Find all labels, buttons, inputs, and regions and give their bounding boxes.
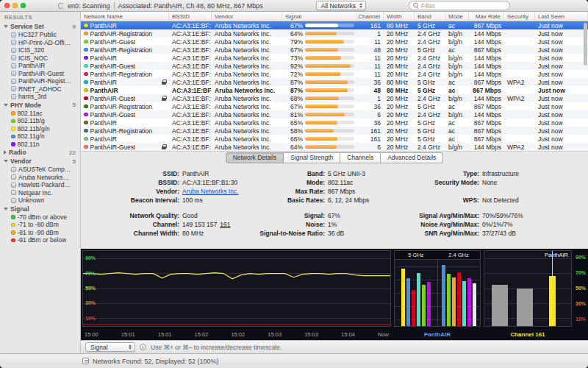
sidebar-item-panthair[interactable]: PanthAIR	[0, 62, 80, 70]
sidebar-item-panthair-guest[interactable]: PanthAIR-Guest	[0, 70, 80, 78]
detail-label: Channel Width:	[93, 230, 179, 237]
column-header-channel[interactable]: Channel	[357, 12, 384, 21]
sidebar-item-91-dbm-or-below[interactable]: -91 dBm or below	[0, 236, 80, 244]
band-chart-caption: PanthAIR	[394, 331, 481, 338]
filter-input[interactable]	[421, 2, 506, 10]
gridline	[484, 273, 571, 274]
signal-bar	[305, 40, 354, 43]
cell-mode: b/g/n	[445, 62, 469, 70]
table-row[interactable]: PanthAIR-GuestAC:A3:1E:BF:Aruba Networks…	[81, 62, 588, 70]
column-header-width[interactable]: Width	[384, 12, 415, 21]
disclosure-triangle-icon[interactable]	[4, 104, 8, 107]
cell-channel: 36	[357, 102, 384, 110]
column-header-vendor[interactable]: Vendor	[212, 12, 282, 21]
cell-network-name: PanthAIR	[81, 135, 169, 143]
table-row[interactable]: PanthAIR-GuestAC:A3:1E:BF:Aruba Networks…	[81, 94, 588, 102]
table-row[interactable]: PanthAIRAC:A3:1E:BF:Aruba Networks Inc.7…	[81, 54, 588, 62]
column-header-bssid[interactable]: BSSID	[169, 12, 212, 21]
sidebar-group-phy-mode[interactable]: PHY Mode5	[0, 101, 80, 110]
sidebar-item-panthair-regist[interactable]: PanthAIR-Regist…	[0, 77, 80, 85]
annotation-label: PanthAIR	[545, 252, 568, 258]
signal-percent: 66%	[285, 135, 303, 143]
tab-signal-strength[interactable]: Signal Strength	[284, 152, 340, 163]
close-window-button[interactable]	[4, 3, 10, 8]
sidebar-item-802-11g-n[interactable]: 802.11g/n	[0, 132, 80, 141]
sidebar-item-rnet-adhoc[interactable]: RNET_ADHOC	[0, 85, 80, 93]
sidebar-item-netgear-inc[interactable]: Netgear Inc.	[0, 189, 80, 197]
disclosure-triangle-icon[interactable]	[4, 160, 8, 163]
sidebar-item-71-to-80-dbm[interactable]: -71 to -80 dBm	[0, 221, 80, 229]
table-row[interactable]: PanthAIRAC:A3:1E:BF:Aruba Networks Inc.8…	[81, 78, 588, 86]
sidebar-item-asustek-comp[interactable]: ASUSTeK Comp…	[0, 166, 80, 174]
vendor-link[interactable]: Aruba Networks Inc.	[182, 188, 239, 195]
table-row[interactable]: PanthAIR-RegistrationAC:A3:1E:BF:Aruba N…	[81, 127, 588, 135]
sidebar-item-hewlett-packard[interactable]: Hewlett-Packard…	[0, 181, 80, 189]
column-header-seen[interactable]: Last Seen	[535, 12, 588, 21]
sidebar-item-label: PanthAIR-Regist…	[18, 77, 71, 85]
table-row[interactable]: PanthAIRAC:A3:1E:BF:Aruba Networks Inc.6…	[81, 135, 588, 143]
sidebar-item-hp-print-ad-offi[interactable]: HP-Print-AD-Offi…	[0, 39, 80, 47]
sidebar-item-label: Unknown	[18, 197, 44, 204]
tab-network-details[interactable]: Network Details	[226, 152, 284, 163]
network-icon	[11, 71, 16, 76]
sidebar-item-icis-320[interactable]: ICIS_320	[0, 46, 80, 54]
table-row[interactable]: PanthAIRAC:A3:1E:BF:Aruba Networks Inc.6…	[81, 21, 588, 29]
sidebar-item-802-11ac[interactable]: 802.11ac	[0, 110, 80, 118]
table-row[interactable]: PanthAIRAC:A3:1E:BF:Aruba Networks Inc.8…	[81, 86, 588, 94]
band-networks-chart: 5 GHz2.4 GHz	[394, 250, 481, 327]
zoom-window-button[interactable]	[21, 3, 26, 8]
disclosure-triangle-icon[interactable]	[4, 208, 8, 210]
sidebar-group-radio[interactable]: Radio22	[0, 148, 80, 157]
network-name-text: PanthAIR	[90, 87, 118, 94]
minimize-window-button[interactable]	[12, 3, 18, 8]
table-row[interactable]: PanthAIR-GuestAC:A3:1E:BF:Aruba Networks…	[81, 110, 588, 118]
disclosure-triangle-icon[interactable]	[4, 150, 7, 155]
cell-band: 2.4 GHz	[415, 54, 445, 62]
cell-band: 2.4 GHz	[415, 110, 445, 118]
sidebar-item-icis-noc[interactable]: ICIS_NOC	[0, 54, 80, 63]
sidebar-group-vendor[interactable]: Vendor5	[0, 157, 80, 166]
table-row[interactable]: PanthAIR-GuestAC:A3:1E:BF:Aruba Networks…	[81, 143, 588, 151]
column-header-rate[interactable]: Max Rate	[469, 12, 504, 21]
networks-filter-popup[interactable]: All Networks	[316, 1, 366, 10]
table-row[interactable]: PanthAIR-RegistrationAC:A3:1E:BF:Aruba N…	[81, 102, 588, 110]
table-row[interactable]: PanthAIR-RegistrationAC:A3:1E:BF:Aruba N…	[81, 46, 588, 54]
sidebar-item-label: HP-Print-AD-Offi…	[18, 39, 71, 46]
sidebar-item-802-11n[interactable]: 802.11n	[0, 141, 80, 149]
table-row[interactable]: PanthAIR-GuestAC:A3:1E:BF:Aruba Networks…	[81, 38, 588, 46]
network-color-dot-icon	[84, 88, 88, 93]
table-row[interactable]: PanthAIR-RegistrationAC:A3:1E:BF:Aruba N…	[81, 70, 588, 78]
cell-signal: 66%	[282, 135, 357, 143]
tab-channels[interactable]: Channels	[340, 152, 381, 163]
scrollbar-thumb[interactable]	[584, 23, 587, 66]
sidebar-item-harris-3rd[interactable]: harris_3rd	[0, 93, 80, 101]
sidebar-item-802-11b-g[interactable]: 802.11b/g	[0, 117, 80, 125]
sidebar-item-81-to-90-dbm[interactable]: -81 to -90 dBm	[0, 229, 80, 237]
column-header-signal[interactable]: Signal	[282, 12, 357, 21]
column-header-name[interactable]: Network Name	[81, 12, 169, 21]
network-color-dot-icon	[84, 96, 88, 101]
sidebar-item-802-11b-g-n[interactable]: 802.11b/g/n	[0, 125, 80, 133]
sidebar-item-unknown[interactable]: Unknown	[0, 197, 80, 205]
disclosure-triangle-icon[interactable]	[4, 25, 8, 28]
sidebar-item-70-dbm-or-above[interactable]: -70 dBm or above	[0, 213, 80, 222]
detail-field-empty	[404, 187, 582, 196]
sidebar-group-signal[interactable]: Signal	[0, 205, 80, 213]
cell-band: 5 GHz	[415, 21, 445, 29]
table-scrollbar[interactable]	[584, 23, 587, 149]
cell-seen: Just now	[535, 86, 588, 94]
sidebar-group-service-set[interactable]: Service Set9	[0, 22, 80, 31]
sidebar-item-hc327-public[interactable]: HC327 Public	[0, 31, 80, 39]
tab-advanced-details[interactable]: Advanced Details	[381, 152, 443, 163]
chart-type-popup[interactable]: Signal	[85, 342, 135, 352]
column-header-security[interactable]: Security	[504, 12, 535, 21]
table-row[interactable]: PanthAIRAC:A3:1E:BF:Aruba Networks Inc.6…	[81, 118, 588, 127]
filter-search-field[interactable]	[409, 1, 510, 10]
sidebar-item-aruba-networks[interactable]: Aruba Networks…	[0, 174, 80, 182]
network-name-text: PanthAIR-Guest	[90, 95, 136, 102]
network-color-dot-icon	[84, 145, 88, 149]
table-row[interactable]: PanthAIR-RegistrationAC:A3:1E:BF:Aruba N…	[81, 29, 588, 38]
column-header-mode[interactable]: Mode	[445, 12, 469, 21]
lock-icon	[162, 144, 166, 149]
column-header-band[interactable]: Band	[415, 12, 445, 21]
